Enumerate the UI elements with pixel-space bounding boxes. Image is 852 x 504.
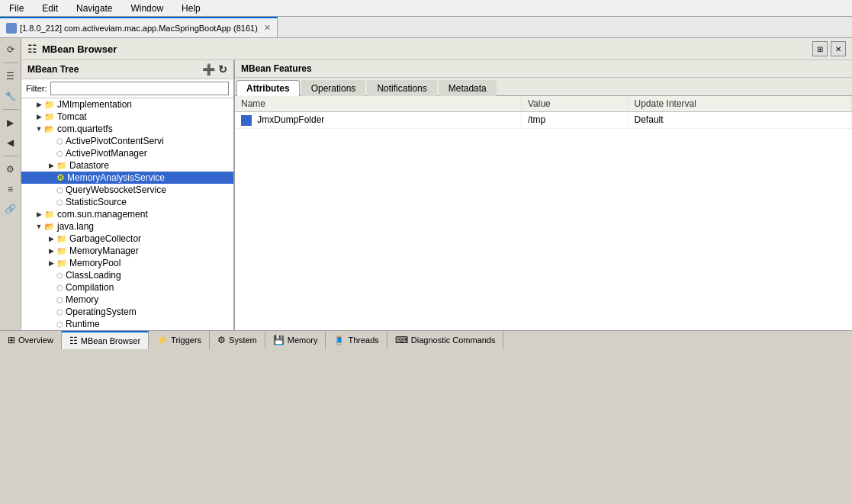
menu-help[interactable]: Help: [175, 2, 207, 15]
tree-node-activepivotcontentservi[interactable]: ▶ ⬡ ActivePivotContentServi: [21, 135, 233, 147]
menu-navigate[interactable]: Navigate: [70, 2, 118, 15]
menu-file[interactable]: File: [3, 2, 30, 15]
tree-node-activepivotmanager[interactable]: ▶ ⬡ ActivePivotManager: [21, 147, 233, 159]
tree-node-memory[interactable]: ▶ ⬡ Memory: [21, 294, 233, 306]
window-tab-icon: [6, 23, 17, 34]
side-btn-refresh[interactable]: ⟳: [2, 41, 19, 58]
expand-com-sun-management[interactable]: ▶: [34, 209, 44, 220]
col-header-name: Name: [235, 96, 521, 112]
tab-attributes[interactable]: Attributes: [236, 80, 300, 96]
expand-memorymanager[interactable]: ▶: [46, 246, 56, 256]
expand-java-lang[interactable]: ▼: [34, 221, 44, 232]
tree-label-jmimplementation: JMImplementation: [57, 99, 132, 110]
expand-tomcat[interactable]: ▶: [34, 111, 44, 122]
tree-label-java-lang: java.lang: [57, 221, 94, 232]
tree-filter-label: Filter:: [26, 84, 47, 93]
side-btn-list[interactable]: ≡: [2, 181, 19, 197]
bean-icon: ⬡: [56, 296, 63, 304]
folder-icon: 📁: [56, 234, 67, 244]
bottom-tab-threads-label: Threads: [348, 335, 378, 345]
tree-node-jmimplementation[interactable]: ▶ 📁 JMImplementation: [21, 98, 233, 111]
tree-label-memory: Memory: [66, 294, 98, 305]
tree-node-operatingsystem[interactable]: ▶ ⬡ OperatingSystem: [21, 306, 233, 318]
expand-datastore[interactable]: ▶: [46, 160, 56, 171]
tree-node-memorypool[interactable]: ▶ 📁 MemoryPool: [21, 257, 233, 269]
overview-icon: ⊞: [8, 335, 15, 345]
attr-name-cell: JmxDumpFolder: [235, 112, 521, 129]
bean-icon: ⬡: [56, 137, 63, 146]
col-header-update-interval: Update Interval: [628, 96, 851, 112]
attributes-table: Name Value Update Interval JmxDumpFolder: [235, 96, 852, 129]
tree-node-memorymanager[interactable]: ▶ 📁 MemoryManager: [21, 245, 233, 257]
window-tab-close[interactable]: ✕: [264, 23, 271, 33]
tree-header: MBean Tree ➕ ↻: [21, 60, 233, 79]
tree-node-querywebsocketservice[interactable]: ▶ ⬡ QueryWebsocketService: [21, 184, 233, 196]
side-btn-wrench[interactable]: 🔧: [2, 88, 19, 104]
bottom-tab-overview[interactable]: ⊞ Overview: [0, 331, 62, 349]
side-btn-left[interactable]: ◀: [2, 134, 19, 151]
bottom-tab-threads[interactable]: 🧵 Threads: [326, 331, 387, 349]
attr-icon: [241, 115, 252, 126]
bottom-tab-triggers[interactable]: ⚡ Triggers: [149, 331, 210, 349]
panel-title: MBean Browser: [42, 43, 117, 55]
diagnostic-icon: ⌨: [395, 335, 408, 345]
tree-node-runtime[interactable]: ▶ ⬡ Runtime: [21, 318, 233, 330]
bottom-tab-memory[interactable]: 💾 Memory: [265, 331, 326, 349]
content-area: ☷ MBean Browser ⊞ ✕ MBean Tree ➕ ↻ Filte…: [21, 38, 852, 330]
tab-metadata[interactable]: Metadata: [439, 80, 497, 96]
table-row[interactable]: JmxDumpFolder /tmp Default: [235, 112, 852, 129]
tree-node-java-lang[interactable]: ▼ 📂 java.lang: [21, 220, 233, 233]
triggers-icon: ⚡: [156, 335, 168, 345]
tree-node-classloading[interactable]: ▶ ⬡ ClassLoading: [21, 269, 233, 281]
tab-operations[interactable]: Operations: [301, 80, 366, 96]
bottom-tab-diagnostic-commands[interactable]: ⌨ Diagnostic Commands: [387, 331, 504, 349]
tree-label-datastore: Datastore: [69, 160, 109, 171]
side-btn-gear[interactable]: ⚙: [2, 161, 19, 178]
panel-grid-btn[interactable]: ⊞: [812, 41, 828, 56]
bean-icon: ⬡: [56, 308, 63, 316]
bean-icon: ⬡: [56, 320, 63, 329]
tree-refresh-btn[interactable]: ↻: [218, 63, 227, 75]
bean-icon: ⬡: [56, 198, 63, 207]
side-btn-menu[interactable]: ☰: [2, 68, 19, 85]
memory-icon: 💾: [273, 335, 285, 345]
attr-value-cell: /tmp: [521, 112, 628, 129]
panel-close-btn[interactable]: ✕: [831, 41, 846, 56]
tree-node-com-sun-management[interactable]: ▶ 📁 com.sun.management: [21, 208, 233, 220]
tree-node-compilation[interactable]: ▶ ⬡ Compilation: [21, 281, 233, 294]
side-btn-right[interactable]: ▶: [2, 114, 19, 131]
expand-com-quartetfs[interactable]: ▼: [34, 124, 44, 134]
tree-label-operatingsystem: OperatingSystem: [66, 307, 137, 317]
tree-label-querywebsocketservice: QueryWebsocketService: [66, 185, 166, 195]
menu-window[interactable]: Window: [124, 2, 169, 15]
bottom-tab-mbean-label: MBean Browser: [81, 336, 140, 345]
expand-memorypool[interactable]: ▶: [46, 258, 56, 268]
tree-filter-input[interactable]: [50, 82, 230, 95]
menu-edit[interactable]: Edit: [36, 2, 64, 15]
folder-icon: 📁: [56, 246, 67, 256]
main-window-tab[interactable]: [1.8.0_212] com.activeviam.mac.app.MacSp…: [0, 17, 278, 37]
attr-update-interval-cell: Default: [628, 112, 851, 129]
tree-label-statisticsource: StatisticSource: [66, 197, 127, 207]
expand-garbagecollector[interactable]: ▶: [46, 233, 56, 244]
table-header-row: Name Value Update Interval: [235, 96, 852, 112]
tree-node-statisticsource[interactable]: ▶ ⬡ StatisticSource: [21, 196, 233, 208]
folder-icon: 📂: [44, 124, 55, 134]
tree-label-com-sun-management: com.sun.management: [57, 209, 148, 220]
bottom-tab-mbean-browser[interactable]: ☷ MBean Browser: [62, 331, 149, 349]
bottom-tab-system[interactable]: ⚙ System: [210, 331, 265, 349]
expand-jmimplementation[interactable]: ▶: [34, 99, 44, 110]
folder-icon: 📁: [44, 210, 55, 220]
side-btn-link[interactable]: 🔗: [2, 201, 19, 217]
tree-label-garbagecollector: GarbageCollector: [69, 233, 141, 244]
tree-node-com-quartetfs[interactable]: ▼ 📂 com.quartetfs: [21, 123, 233, 135]
tree-node-memoryanalysisservice[interactable]: ▶ ⚙ MemoryAnalysisService: [21, 172, 233, 184]
tab-notifications[interactable]: Notifications: [367, 80, 436, 96]
tree-node-datastore[interactable]: ▶ 📁 Datastore: [21, 159, 233, 172]
bottom-tab-overview-label: Overview: [18, 335, 53, 345]
tree-add-btn[interactable]: ➕: [202, 63, 215, 75]
side-separator-1: [3, 63, 18, 63]
tree-node-tomcat[interactable]: ▶ 📁 Tomcat: [21, 111, 233, 123]
tree-label-compilation: Compilation: [66, 282, 114, 293]
tree-node-garbagecollector[interactable]: ▶ 📁 GarbageCollector: [21, 233, 233, 245]
